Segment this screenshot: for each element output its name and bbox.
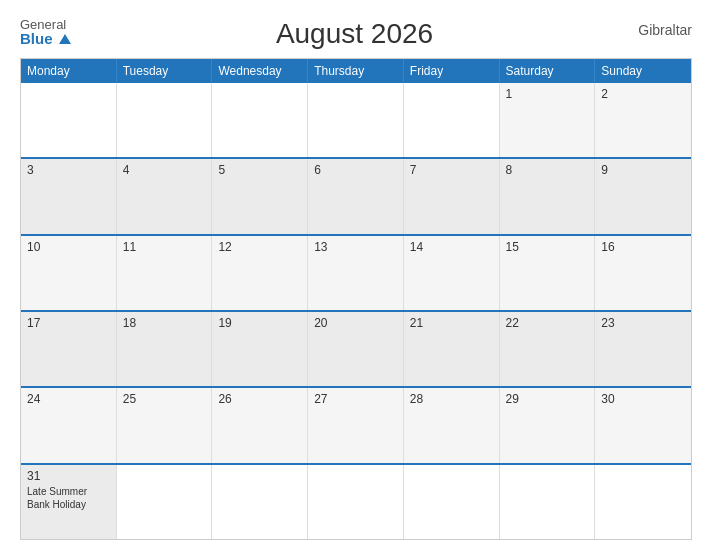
day-header: Tuesday (117, 59, 213, 83)
day-number: 3 (27, 163, 110, 177)
day-cell: 27 (308, 388, 404, 462)
calendar-week: 24252627282930 (21, 386, 691, 462)
day-number: 27 (314, 392, 397, 406)
day-number: 7 (410, 163, 493, 177)
day-number: 2 (601, 87, 685, 101)
calendar-week: 12 (21, 83, 691, 157)
day-number: 25 (123, 392, 206, 406)
calendar-title: August 2026 (71, 18, 639, 50)
day-header: Monday (21, 59, 117, 83)
day-cell: 13 (308, 236, 404, 310)
day-number: 26 (218, 392, 301, 406)
day-cell: 19 (212, 312, 308, 386)
day-cell: 8 (500, 159, 596, 233)
calendar-grid: MondayTuesdayWednesdayThursdayFridaySatu… (20, 58, 692, 540)
day-cell: 29 (500, 388, 596, 462)
calendar-week: 31Late Summer Bank Holiday (21, 463, 691, 539)
day-header: Wednesday (212, 59, 308, 83)
day-cell: 21 (404, 312, 500, 386)
region-label: Gibraltar (638, 18, 692, 38)
day-cell: 10 (21, 236, 117, 310)
day-number: 4 (123, 163, 206, 177)
day-number: 30 (601, 392, 685, 406)
day-header: Sunday (595, 59, 691, 83)
day-cell (21, 83, 117, 157)
day-cell: 6 (308, 159, 404, 233)
day-cell: 22 (500, 312, 596, 386)
day-cell: 7 (404, 159, 500, 233)
day-cell: 31Late Summer Bank Holiday (21, 465, 117, 539)
day-number: 22 (506, 316, 589, 330)
calendar-week: 3456789 (21, 157, 691, 233)
day-number: 1 (506, 87, 589, 101)
day-cell: 15 (500, 236, 596, 310)
calendar-week: 17181920212223 (21, 310, 691, 386)
day-cell: 26 (212, 388, 308, 462)
day-number: 18 (123, 316, 206, 330)
day-number: 17 (27, 316, 110, 330)
day-cell: 12 (212, 236, 308, 310)
day-cell: 20 (308, 312, 404, 386)
day-number: 23 (601, 316, 685, 330)
day-cell: 9 (595, 159, 691, 233)
day-cell: 14 (404, 236, 500, 310)
day-cell: 23 (595, 312, 691, 386)
day-cell (212, 465, 308, 539)
day-number: 16 (601, 240, 685, 254)
day-number: 14 (410, 240, 493, 254)
calendar-week: 10111213141516 (21, 234, 691, 310)
day-header: Saturday (500, 59, 596, 83)
day-header: Friday (404, 59, 500, 83)
day-number: 8 (506, 163, 589, 177)
day-cell: 28 (404, 388, 500, 462)
day-number: 5 (218, 163, 301, 177)
day-number: 13 (314, 240, 397, 254)
day-number: 9 (601, 163, 685, 177)
day-cell (595, 465, 691, 539)
day-cell: 16 (595, 236, 691, 310)
day-cell (117, 465, 213, 539)
day-number: 19 (218, 316, 301, 330)
day-cell: 30 (595, 388, 691, 462)
day-header: Thursday (308, 59, 404, 83)
day-number: 20 (314, 316, 397, 330)
day-cell (404, 465, 500, 539)
day-number: 15 (506, 240, 589, 254)
day-number: 6 (314, 163, 397, 177)
header: General Blue August 2026 Gibraltar (20, 18, 692, 50)
logo-blue-text: Blue (20, 31, 71, 46)
calendar-page: General Blue August 2026 Gibraltar Monda… (0, 0, 712, 550)
day-cell: 1 (500, 83, 596, 157)
day-cell (308, 465, 404, 539)
day-number: 11 (123, 240, 206, 254)
day-cell: 4 (117, 159, 213, 233)
day-cell: 18 (117, 312, 213, 386)
day-number: 28 (410, 392, 493, 406)
weeks-container: 1234567891011121314151617181920212223242… (21, 83, 691, 539)
day-cell: 3 (21, 159, 117, 233)
day-cell (404, 83, 500, 157)
day-cell: 25 (117, 388, 213, 462)
day-number: 10 (27, 240, 110, 254)
day-number: 12 (218, 240, 301, 254)
logo-triangle-icon (59, 34, 71, 44)
day-number: 29 (506, 392, 589, 406)
day-number: 21 (410, 316, 493, 330)
day-headers-row: MondayTuesdayWednesdayThursdayFridaySatu… (21, 59, 691, 83)
day-cell: 11 (117, 236, 213, 310)
logo: General Blue (20, 18, 71, 46)
day-cell: 17 (21, 312, 117, 386)
day-number: 24 (27, 392, 110, 406)
day-cell: 2 (595, 83, 691, 157)
day-cell: 24 (21, 388, 117, 462)
day-cell (308, 83, 404, 157)
day-number: 31 (27, 469, 110, 483)
day-cell: 5 (212, 159, 308, 233)
day-cell (500, 465, 596, 539)
event-text: Late Summer Bank Holiday (27, 485, 110, 511)
day-cell (117, 83, 213, 157)
day-cell (212, 83, 308, 157)
